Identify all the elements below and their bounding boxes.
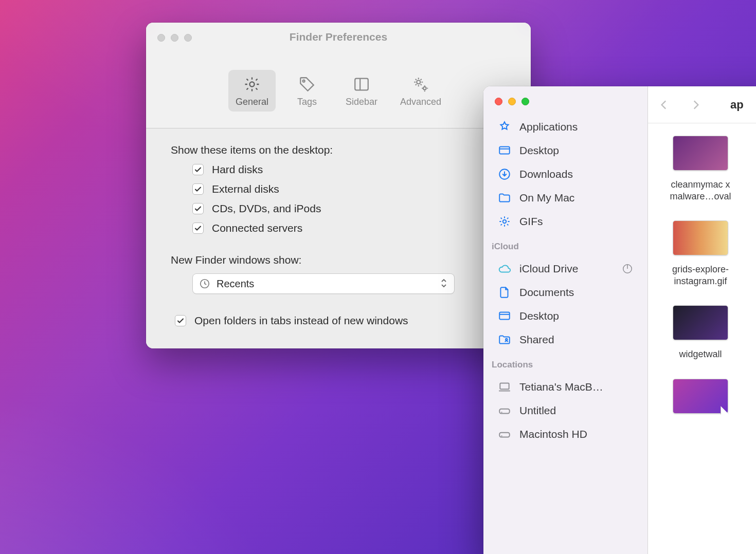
new-windows-select[interactable]: Recents xyxy=(192,273,455,294)
sidebar-item-documents[interactable]: Documents xyxy=(490,281,641,304)
svg-rect-2 xyxy=(355,79,368,90)
sidebar-item-downloads[interactable]: Downloads xyxy=(490,162,641,186)
finder-preferences-window: Finder Preferences General Tags Sidebar xyxy=(146,23,531,348)
checkbox-icon xyxy=(192,203,204,214)
svg-rect-16 xyxy=(499,409,510,414)
tab-advanced[interactable]: Advanced xyxy=(393,70,448,112)
cloud-icon xyxy=(498,262,511,275)
svg-point-19 xyxy=(501,435,502,436)
file-grid: cleanmymac x malware…oval grids-explore-… xyxy=(648,123,756,434)
tab-general[interactable]: General xyxy=(228,70,276,112)
tab-label: Advanced xyxy=(400,97,441,107)
sidebar-item-gifs[interactable]: GIFs xyxy=(490,210,641,233)
sidebar-icon xyxy=(352,75,371,94)
checkbox-icon xyxy=(192,164,204,175)
location-title: ap xyxy=(730,98,744,112)
file-label: widgetwall xyxy=(679,348,722,360)
sidebar-item-shared[interactable]: Shared xyxy=(490,328,641,352)
gear-icon xyxy=(243,75,261,94)
check-label: CDs, DVDs, and iPods xyxy=(212,202,321,215)
file-item[interactable]: grids-explore-instagram.gif xyxy=(659,220,742,287)
tab-tags[interactable]: Tags xyxy=(284,70,330,112)
apps-icon xyxy=(498,120,511,134)
sidebar-item-onmymac[interactable]: On My Mac xyxy=(490,186,641,210)
sidebar-item-applications[interactable]: Applications xyxy=(490,115,641,139)
svg-point-14 xyxy=(506,339,507,340)
check-label: External disks xyxy=(212,183,279,195)
sidebar-item-macintosh-hd[interactable]: Macintosh HD xyxy=(490,422,641,446)
file-label: cleanmymac x malware…oval xyxy=(659,179,742,202)
doc-icon xyxy=(498,286,511,299)
file-item[interactable]: cleanmymac x malware…oval xyxy=(659,136,742,202)
prefs-body: Show these items on the desktop: Hard di… xyxy=(146,128,531,348)
sidebar-item-label: Downloads xyxy=(519,168,573,180)
close-icon[interactable] xyxy=(495,98,502,105)
sidebar-header-icloud: iCloud xyxy=(483,236,647,255)
gear-small-icon xyxy=(498,215,511,228)
svg-point-4 xyxy=(417,80,420,84)
desktop-icon xyxy=(498,144,511,157)
thumbnail-icon xyxy=(673,305,728,340)
minimize-icon[interactable] xyxy=(508,98,516,105)
back-button[interactable] xyxy=(657,98,671,112)
check-label: Hard disks xyxy=(212,163,263,176)
thumbnail-icon xyxy=(673,220,728,255)
disk-icon xyxy=(498,428,511,441)
select-value: Recents xyxy=(217,278,254,290)
laptop-icon xyxy=(498,380,511,394)
desktop-icon xyxy=(498,309,511,323)
sidebar-item-computer[interactable]: Tetiana's MacB… xyxy=(490,375,641,399)
tab-label: Tags xyxy=(297,97,317,107)
forward-button[interactable] xyxy=(689,98,703,112)
sidebar-favorites: Applications Desktop Downloads On My Mac… xyxy=(483,113,647,236)
sidebar-item-label: iCloud Drive xyxy=(519,263,578,275)
prefs-tabs: General Tags Sidebar Advanced xyxy=(146,70,531,112)
sidebar-locations: Tetiana's MacB… Untitled Macintosh HD xyxy=(483,373,647,449)
svg-point-5 xyxy=(423,87,426,90)
sidebar-item-label: Desktop xyxy=(519,144,559,157)
window-controls-active xyxy=(495,98,529,105)
tab-sidebar[interactable]: Sidebar xyxy=(338,70,385,112)
svg-rect-12 xyxy=(499,312,510,319)
disk-icon xyxy=(498,404,511,417)
sidebar-item-icloud-drive[interactable]: iCloud Drive xyxy=(490,257,641,281)
file-item[interactable]: widgetwall xyxy=(659,305,742,360)
thumbnail-icon xyxy=(673,136,728,171)
sidebar-item-label: Tetiana's MacB… xyxy=(519,381,603,393)
prefs-title: Finder Preferences xyxy=(146,31,531,43)
check-connected-servers[interactable]: Connected servers xyxy=(192,222,506,234)
svg-rect-7 xyxy=(499,146,510,154)
sidebar-item-untitled[interactable]: Untitled xyxy=(490,399,641,422)
checkbox-icon xyxy=(192,183,204,195)
tag-icon xyxy=(298,75,316,94)
sidebar-item-icloud-desktop[interactable]: Desktop xyxy=(490,304,641,328)
tab-label: Sidebar xyxy=(346,97,377,107)
sidebar-item-label: Applications xyxy=(519,121,578,133)
file-item[interactable] xyxy=(659,379,742,422)
finder-content: ap cleanmymac x malware…oval grids-explo… xyxy=(648,86,756,554)
zoom-icon[interactable] xyxy=(521,98,529,105)
svg-point-1 xyxy=(303,80,305,82)
check-cds-dvds-ipods[interactable]: CDs, DVDs, and iPods xyxy=(192,202,506,215)
svg-rect-18 xyxy=(499,433,510,437)
finder-window: Applications Desktop Downloads On My Mac… xyxy=(483,86,756,554)
folder-icon xyxy=(498,191,511,205)
sidebar-item-label: Desktop xyxy=(519,310,559,322)
thumbnail-icon xyxy=(673,379,728,414)
sidebar-item-label: GIFs xyxy=(519,215,543,228)
sidebar-item-label: Macintosh HD xyxy=(519,428,587,440)
clock-icon xyxy=(199,278,210,289)
gears-icon xyxy=(411,75,430,94)
download-icon xyxy=(498,168,511,181)
sidebar-item-desktop[interactable]: Desktop xyxy=(490,139,641,162)
sidebar-item-label: Untitled xyxy=(519,404,556,417)
chevron-up-down-icon xyxy=(441,278,448,289)
svg-point-0 xyxy=(249,82,254,86)
check-label: Open folders in tabs instead of new wind… xyxy=(194,315,408,327)
check-external-disks[interactable]: External disks xyxy=(192,183,506,195)
check-open-in-tabs[interactable]: Open folders in tabs instead of new wind… xyxy=(175,315,506,327)
check-hard-disks[interactable]: Hard disks xyxy=(192,163,506,176)
sidebar-header-locations: Locations xyxy=(483,355,647,373)
checkbox-icon xyxy=(192,223,204,234)
check-label: Connected servers xyxy=(212,222,302,234)
